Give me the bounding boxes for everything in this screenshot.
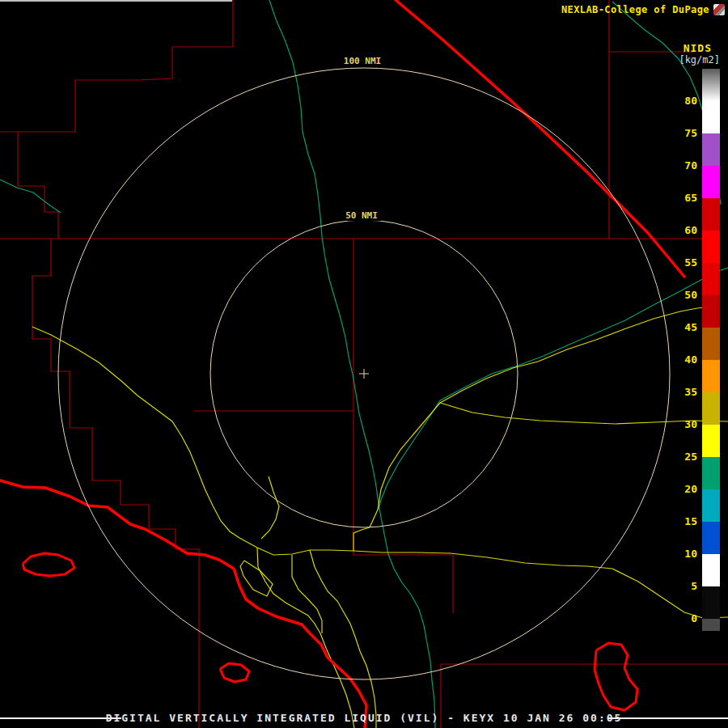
county-line — [353, 239, 453, 555]
legend-tick-label: 30 — [671, 418, 697, 430]
legend-tick-label: 70 — [671, 159, 697, 171]
legend-colorbar — [702, 69, 720, 631]
legend-color-segment-55-60 — [702, 231, 720, 263]
legend-units-label: [kg/m2] — [679, 54, 720, 66]
legend-color-segment-75-80 — [702, 101, 720, 133]
legend-color-segment-70-75 — [702, 133, 720, 166]
legend-tick-label: 40 — [671, 353, 697, 366]
highways — [0, 0, 684, 728]
brand-text: NEXLAB-College of DuPage — [561, 4, 709, 15]
legend-tick-label: 75 — [671, 127, 697, 139]
outline-loop — [595, 643, 637, 710]
outline-loop — [220, 663, 249, 682]
legend-tick-label: 80 — [671, 95, 697, 107]
range-ring-labels: 100 NMI 50 NMI — [338, 54, 387, 221]
road-line — [310, 550, 376, 728]
legend-color-segment-15-20 — [702, 489, 720, 522]
county-line — [18, 132, 58, 239]
roads — [32, 307, 728, 728]
map-border-lines — [0, 1, 728, 718]
road-line — [261, 476, 279, 539]
road-line — [240, 561, 273, 596]
road-line — [353, 527, 370, 551]
legend-color-segment-30-35 — [702, 392, 720, 425]
road-line — [32, 327, 239, 538]
road-line — [370, 403, 440, 527]
header-brand: NEXLAB-College of DuPage — [561, 4, 725, 15]
legend-color-segment-60-65 — [702, 198, 720, 231]
legend-color-segment-10-15 — [702, 522, 720, 554]
legend-tick-label: 20 — [671, 483, 697, 495]
legend-color-segment-5-10 — [702, 554, 720, 586]
outline-loop — [23, 553, 74, 576]
legend-color-segment-above-80 — [702, 69, 720, 101]
cod-logo-icon — [713, 4, 725, 15]
range-ring-label-50: 50 NMI — [345, 210, 378, 221]
radar-site-marker — [359, 369, 369, 379]
product-caption: DIGITAL VERTICALLY INTEGRATED LIQUID (VI… — [0, 712, 728, 724]
legend-tick-label: 60 — [671, 224, 697, 236]
legend-color-segment-below-0 — [702, 619, 720, 631]
legend-color-segment-0-5 — [702, 586, 720, 619]
legend-ticks: 80757065605550454035302520151050 — [671, 69, 699, 635]
legend-tick-label: 5 — [671, 580, 697, 592]
highway-line — [396, 0, 684, 277]
river-line — [379, 400, 440, 510]
legend-tick-label: 55 — [671, 256, 697, 269]
legend-color-segment-20-25 — [702, 457, 720, 489]
legend-tick-label: 45 — [671, 321, 697, 333]
county-line — [0, 0, 233, 132]
legend-tick-label: 0 — [671, 612, 697, 624]
red-outline-loops — [23, 553, 637, 710]
legend-color-segment-65-70 — [702, 166, 720, 198]
road-line — [239, 538, 353, 555]
legend-color-segment-45-50 — [702, 295, 720, 328]
river-line — [0, 180, 61, 213]
rivers — [0, 0, 728, 728]
county-line — [32, 239, 199, 728]
county-boundaries — [0, 0, 728, 728]
legend-color-segment-35-40 — [702, 360, 720, 392]
road-line — [353, 551, 612, 569]
radar-map: 100 NMI 50 NMI — [0, 0, 728, 728]
product-code-label: NIDS — [684, 42, 712, 54]
legend-tick-label: 10 — [671, 548, 697, 560]
legend-tick-label: 50 — [671, 289, 697, 301]
highway-line — [0, 480, 366, 728]
legend-tick-label: 25 — [671, 451, 697, 463]
river-line — [269, 0, 435, 728]
legend-tick-label: 15 — [671, 515, 697, 527]
legend-color-segment-25-30 — [702, 425, 720, 457]
legend-color-segment-40-45 — [702, 328, 720, 360]
range-ring-label-100: 100 NMI — [344, 56, 381, 66]
legend-color-segment-50-55 — [702, 263, 720, 295]
legend-tick-label: 65 — [671, 192, 697, 204]
legend-tick-label: 35 — [671, 386, 697, 398]
